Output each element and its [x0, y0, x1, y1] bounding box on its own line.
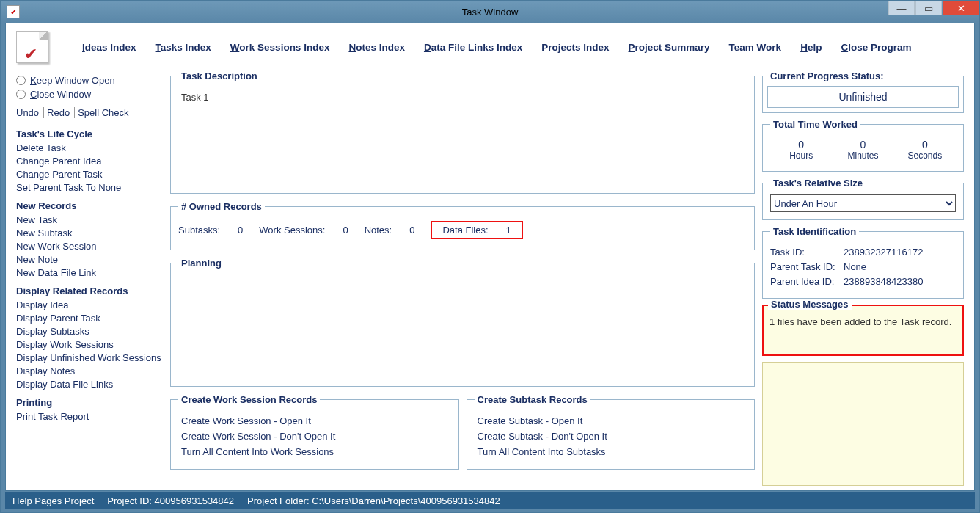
print-task-report-link[interactable]: Print Task Report [16, 411, 163, 422]
footer-project-name: Help Pages Project [12, 495, 94, 506]
minimize-button[interactable]: ― [888, 1, 915, 15]
menu-notes-index[interactable]: Notes Index [348, 42, 405, 53]
planning-group: Planning [170, 258, 755, 387]
sidebar: Keep Window Open Close Window Undo Redo … [16, 70, 163, 486]
new-subtask-link[interactable]: New Subtask [16, 228, 163, 239]
hours-value: 0 [770, 139, 832, 150]
display-work-sessions-link[interactable]: Display Work Sessions [16, 339, 163, 350]
status-messages-group: Status Messages 1 files have been added … [762, 305, 964, 356]
new-work-session-link[interactable]: New Work Session [16, 241, 163, 252]
turn-content-ws-link[interactable]: Turn All Content Into Work Sessions [181, 446, 448, 457]
undo-link[interactable]: Undo [16, 107, 44, 118]
ident-legend: Task Identification [770, 226, 859, 237]
time-legend: Total Time Worked [770, 119, 860, 130]
footer-project-folder: Project Folder: C:\Users\Darren\Projects… [247, 495, 500, 506]
menu-projects-index[interactable]: Projects Index [541, 42, 609, 53]
keep-window-open-radio[interactable]: Keep Window Open [16, 75, 163, 86]
task-description-legend: Task Description [178, 70, 260, 81]
create-subtask-group: Create Subtask Records Create Subtask - … [467, 394, 756, 470]
work-sessions-label: Work Sessions: [259, 225, 325, 236]
new-data-file-link[interactable]: New Data File Link [16, 267, 163, 278]
main-menu: ✔ Ideas Index Tasks Index Work Sessions … [6, 23, 974, 70]
display-unfinished-ws-link[interactable]: Display Unfinished Work Sessions [16, 352, 163, 363]
relative-size-select[interactable]: Under An Hour [770, 194, 956, 212]
parent-idea-id-value: 238893848423380 [844, 276, 923, 287]
create-work-session-group: Create Work Session Records Create Work … [170, 394, 459, 470]
lifecycle-header: Task's Life Cycle [16, 128, 163, 139]
owned-records-group: # Owned Records Subtasks:0 Work Sessions… [170, 201, 755, 250]
minutes-value: 0 [832, 139, 893, 150]
status-message-text: 1 files have been added to the Task reco… [769, 316, 957, 327]
data-files-value: 1 [506, 225, 511, 236]
menu-project-summary[interactable]: Project Summary [629, 42, 710, 53]
redo-link[interactable]: Redo [47, 107, 75, 118]
status-bar: Help Pages Project Project ID: 400956931… [5, 492, 975, 509]
menu-team-work[interactable]: Team Work [729, 42, 782, 53]
seconds-label: Seconds [894, 150, 956, 161]
parent-task-id-value: None [844, 261, 866, 272]
display-notes-link[interactable]: Display Notes [16, 365, 163, 376]
data-files-highlight: Data Files: 1 [431, 221, 522, 239]
time-worked-group: Total Time Worked 0Hours 0Minutes 0Secon… [762, 119, 964, 172]
notes-label: Notes: [365, 225, 392, 236]
footer-project-id: Project ID: 400956931534842 [107, 495, 234, 506]
create-ws-legend: Create Work Session Records [178, 394, 320, 405]
relative-size-group: Task's Relative Size Under An Hour [762, 178, 964, 220]
hours-label: Hours [770, 150, 832, 161]
close-window-radio[interactable]: Close Window [16, 89, 163, 100]
turn-content-sub-link[interactable]: Turn All Content Into Subtasks [478, 446, 745, 457]
progress-legend: Current Progress Status: [767, 70, 887, 81]
titlebar: ✔ Task Window ― ▭ ✕ [1, 1, 979, 23]
status-legend: Status Messages [768, 299, 852, 310]
display-idea-link[interactable]: Display Idea [16, 299, 163, 310]
spell-check-link[interactable]: Spell Check [78, 107, 133, 118]
data-files-label: Data Files: [442, 225, 488, 236]
app-icon: ✔ [16, 31, 48, 63]
create-sub-noopen-link[interactable]: Create Subtask - Don't Open It [478, 431, 745, 442]
parent-idea-id-label: Parent Idea ID: [770, 276, 844, 287]
task-id-value: 238932327116172 [844, 247, 923, 258]
parent-task-id-label: Parent Task ID: [770, 261, 844, 272]
progress-status-group: Current Progress Status: Unfinished [762, 70, 964, 113]
create-ws-open-link[interactable]: Create Work Session - Open It [181, 415, 448, 426]
task-id-label: Task ID: [770, 247, 844, 258]
relsize-legend: Task's Relative Size [770, 178, 866, 189]
status-messages-area [762, 362, 964, 486]
display-data-file-links-link[interactable]: Display Data File Links [16, 379, 163, 390]
display-parent-task-link[interactable]: Display Parent Task [16, 313, 163, 324]
delete-task-link[interactable]: Delete Task [16, 142, 163, 153]
new-note-link[interactable]: New Note [16, 254, 163, 265]
task-description-text[interactable]: Task 1 [178, 87, 747, 107]
menu-work-sessions-index[interactable]: Work Sessions Index [230, 42, 330, 53]
menu-close-program[interactable]: Close Program [841, 42, 911, 53]
menu-data-file-links-index[interactable]: Data File Links Index [424, 42, 522, 53]
window-title: Task Window [1, 7, 979, 18]
create-ws-noopen-link[interactable]: Create Work Session - Don't Open It [181, 431, 448, 442]
notes-value: 0 [409, 225, 414, 236]
printing-header: Printing [16, 397, 163, 408]
subtasks-value: 0 [238, 225, 243, 236]
planning-legend: Planning [178, 258, 224, 269]
maximize-button[interactable]: ▭ [915, 1, 942, 15]
display-subtasks-link[interactable]: Display Subtasks [16, 326, 163, 337]
work-sessions-value: 0 [343, 225, 348, 236]
display-header: Display Related Records [16, 285, 163, 296]
subtasks-label: Subtasks: [178, 225, 220, 236]
minutes-label: Minutes [832, 150, 893, 161]
close-button[interactable]: ✕ [943, 1, 979, 15]
new-task-link[interactable]: New Task [16, 214, 163, 225]
change-parent-task-link[interactable]: Change Parent Task [16, 169, 163, 180]
change-parent-idea-link[interactable]: Change Parent Idea [16, 156, 163, 167]
menu-tasks-index[interactable]: Tasks Index [156, 42, 211, 53]
owned-records-legend: # Owned Records [178, 201, 265, 212]
progress-value: Unfinished [767, 86, 959, 108]
set-parent-none-link[interactable]: Set Parent Task To None [16, 182, 163, 193]
menu-ideas-index[interactable]: Ideas Index [82, 42, 136, 53]
new-records-header: New Records [16, 200, 163, 211]
seconds-value: 0 [894, 139, 956, 150]
create-sub-legend: Create Subtask Records [475, 394, 590, 405]
create-sub-open-link[interactable]: Create Subtask - Open It [478, 415, 745, 426]
task-identification-group: Task Identification Task ID:238932327116… [762, 226, 964, 299]
menu-help[interactable]: Help [800, 42, 822, 53]
task-description-group: Task Description Task 1 [170, 70, 755, 194]
